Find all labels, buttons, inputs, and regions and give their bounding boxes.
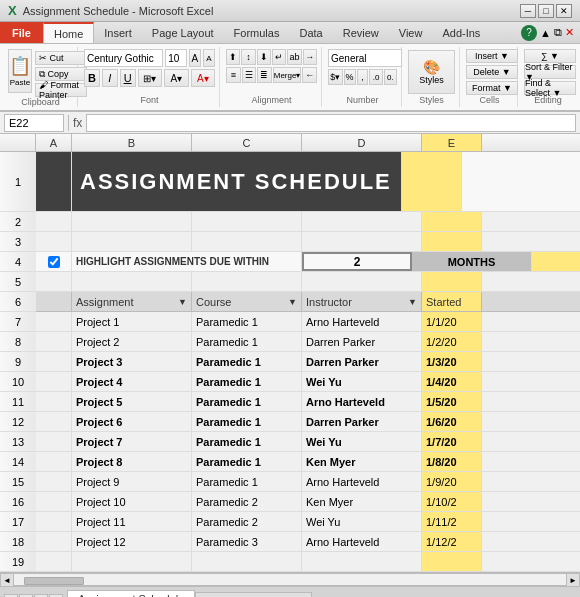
cell-e10[interactable]: 1/4/20 (422, 372, 482, 391)
border-button[interactable]: ⊞▾ (138, 69, 162, 87)
cell-d17[interactable]: Wei Yu (302, 512, 422, 531)
bold-button[interactable]: B (84, 69, 100, 87)
cell-d14[interactable]: Ken Myer (302, 452, 422, 471)
underline-button[interactable]: U (120, 69, 136, 87)
tab-file[interactable]: File (0, 22, 43, 43)
sum-button[interactable]: ∑ ▼ (524, 49, 576, 63)
cell-b13[interactable]: Project 7 (72, 432, 192, 451)
decrease-decimal-btn[interactable]: 0. (384, 69, 397, 85)
cell-e7[interactable]: 1/1/20 (422, 312, 482, 331)
cell-e11[interactable]: 1/5/20 (422, 392, 482, 411)
cell-c4-value[interactable]: 2 (302, 252, 412, 271)
cell-e17[interactable]: 1/11/2 (422, 512, 482, 531)
outdent-btn[interactable]: ← (302, 67, 317, 83)
row-header-18[interactable]: 18 (0, 532, 36, 552)
cell-b18[interactable]: Project 12 (72, 532, 192, 551)
cell-e12[interactable]: 1/6/20 (422, 412, 482, 431)
col-assignment-header[interactable]: Assignment ▼ (72, 292, 192, 311)
cell-d18[interactable]: Arno Harteveld (302, 532, 422, 551)
cell-e18[interactable]: 1/12/2 (422, 532, 482, 551)
font-size-selector[interactable]: 10 (165, 49, 187, 67)
row-header-12[interactable]: 12 (0, 412, 36, 432)
cell-c7[interactable]: Paramedic 1 (192, 312, 302, 331)
cell-c9[interactable]: Paramedic 1 (192, 352, 302, 371)
align-right-btn[interactable]: ≣ (257, 67, 272, 83)
ribbon-collapse-icon[interactable]: ▲ (540, 27, 551, 39)
maximize-btn[interactable]: □ (538, 4, 554, 18)
row-header-8[interactable]: 8 (0, 332, 36, 352)
cell-b16[interactable]: Project 10 (72, 492, 192, 511)
align-left-btn[interactable]: ≡ (226, 67, 241, 83)
cell-a1[interactable] (36, 152, 72, 211)
row-header-2[interactable]: 2 (0, 212, 36, 232)
cell-reference-box[interactable]: E22 (4, 114, 64, 132)
percent-btn[interactable]: % (344, 69, 356, 85)
tab-insert[interactable]: Insert (94, 22, 142, 43)
col-header-c[interactable]: C (192, 134, 302, 151)
cell-e14[interactable]: 1/8/20 (422, 452, 482, 471)
cell-d7[interactable]: Arno Harteveld (302, 312, 422, 331)
col-header-a[interactable]: A (36, 134, 72, 151)
indent-btn[interactable]: → (303, 49, 317, 65)
align-top-btn[interactable]: ⬆ (226, 49, 240, 65)
window-close-icon[interactable]: ✕ (565, 26, 574, 39)
scroll-left-btn[interactable]: ◄ (0, 573, 14, 587)
cell-e16[interactable]: 1/10/2 (422, 492, 482, 511)
cell-b17[interactable]: Project 11 (72, 512, 192, 531)
cell-c8[interactable]: Paramedic 1 (192, 332, 302, 351)
formula-input-bar[interactable] (86, 114, 576, 132)
cell-d9[interactable]: Darren Parker (302, 352, 422, 371)
close-btn[interactable]: ✕ (556, 4, 572, 18)
tab-assignments-detail[interactable]: Assignments Detail (195, 592, 311, 597)
number-format-selector[interactable]: General (328, 49, 402, 67)
tab-formulas[interactable]: Formulas (224, 22, 290, 43)
align-middle-btn[interactable]: ↕ (241, 49, 255, 65)
cell-c12[interactable]: Paramedic 1 (192, 412, 302, 431)
help-icon[interactable]: ? (521, 25, 537, 41)
currency-btn[interactable]: $▾ (328, 69, 343, 85)
cell-c17[interactable]: Paramedic 2 (192, 512, 302, 531)
align-center-btn[interactable]: ☰ (242, 67, 257, 83)
text-wrap-btn[interactable]: ↵ (272, 49, 286, 65)
sort-filter-button[interactable]: Sort & Filter ▼ (524, 65, 576, 79)
font-increase-btn[interactable]: A (189, 49, 201, 67)
paste-button[interactable]: 📋 Paste (8, 49, 32, 93)
h-scrollbar[interactable] (14, 573, 566, 586)
tab-view[interactable]: View (389, 22, 433, 43)
tab-home[interactable]: Home (43, 22, 94, 43)
cell-c14[interactable]: Paramedic 1 (192, 452, 302, 471)
cell-e8[interactable]: 1/2/20 (422, 332, 482, 351)
cell-d13[interactable]: Wei Yu (302, 432, 422, 451)
tab-review[interactable]: Review (333, 22, 389, 43)
cell-b10[interactable]: Project 4 (72, 372, 192, 391)
col-course-header[interactable]: Course ▼ (192, 292, 302, 311)
cell-e15[interactable]: 1/9/20 (422, 472, 482, 491)
scroll-right-btn[interactable]: ► (566, 573, 580, 587)
styles-button[interactable]: 🎨 Styles (408, 50, 455, 94)
increase-decimal-btn[interactable]: .0 (369, 69, 382, 85)
row-header-7[interactable]: 7 (0, 312, 36, 332)
col-started-header[interactable]: Started (422, 292, 482, 311)
row-header-11[interactable]: 11 (0, 392, 36, 412)
insert-button[interactable]: Insert ▼ (466, 49, 518, 63)
fill-color-button[interactable]: A▾ (164, 69, 188, 87)
cell-d16[interactable]: Ken Myer (302, 492, 422, 511)
cell-d15[interactable]: Arno Harteveld (302, 472, 422, 491)
row-header-10[interactable]: 10 (0, 372, 36, 392)
window-restore-icon[interactable]: ⧉ (554, 26, 562, 39)
cell-c15[interactable]: Paramedic 1 (192, 472, 302, 491)
font-color-button[interactable]: A▾ (191, 69, 215, 87)
tab-add-ins[interactable]: Add-Ins (432, 22, 490, 43)
row-header-16[interactable]: 16 (0, 492, 36, 512)
row-header-19[interactable]: 19 (0, 552, 36, 572)
align-bottom-btn[interactable]: ⬇ (257, 49, 271, 65)
highlight-checkbox[interactable] (48, 256, 60, 268)
row-header-15[interactable]: 15 (0, 472, 36, 492)
format-button[interactable]: Format ▼ (466, 81, 518, 95)
cell-b15[interactable]: Project 9 (72, 472, 192, 491)
tab-assignment-schedule[interactable]: Assignment Schedule (67, 590, 195, 597)
orient-text-btn[interactable]: ab (287, 49, 301, 65)
cell-b12[interactable]: Project 6 (72, 412, 192, 431)
cell-c16[interactable]: Paramedic 2 (192, 492, 302, 511)
cell-c11[interactable]: Paramedic 1 (192, 392, 302, 411)
